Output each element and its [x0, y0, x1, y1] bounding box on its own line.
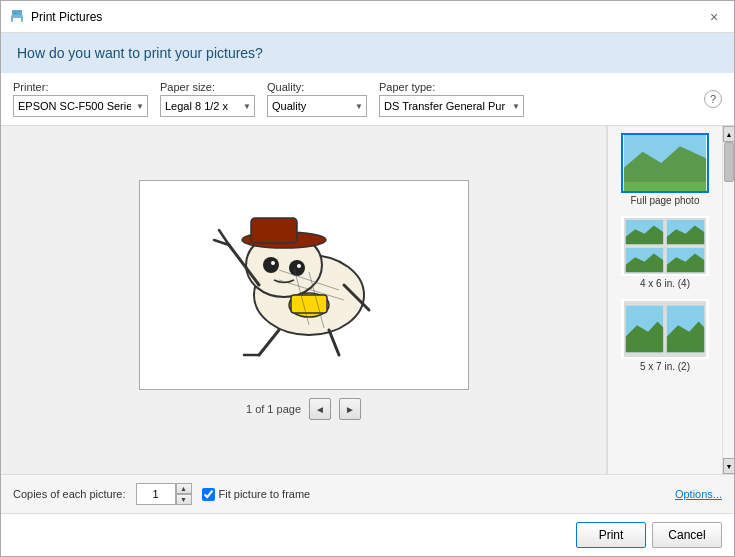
copies-input[interactable]: [136, 483, 176, 505]
quality-control: Quality: Quality: [267, 81, 367, 117]
spinner-buttons: ▲ ▼: [176, 483, 192, 505]
paper-type-select[interactable]: DS Transfer General Pur: [379, 95, 524, 117]
printer-icon: [9, 9, 25, 25]
thumbnails-panel: Full page photo: [607, 126, 722, 474]
page-navigation: 1 of 1 page ◄ ►: [246, 398, 361, 420]
header-question: How do you want to print your pictures?: [17, 45, 263, 61]
printer-control: Printer: EPSON SC-F500 Series: [13, 81, 148, 117]
svg-point-20: [297, 264, 301, 268]
thumbnails-scrollbar: ▲ ▼: [722, 126, 734, 474]
action-bar: Print Cancel: [1, 513, 734, 556]
thumb-full-page-label: Full page photo: [631, 195, 700, 206]
copies-increment-button[interactable]: ▲: [176, 483, 192, 494]
quality-select-wrapper: Quality: [267, 95, 367, 117]
scroll-thumb[interactable]: [724, 142, 734, 182]
scroll-track[interactable]: [723, 142, 734, 458]
svg-line-10: [259, 330, 279, 355]
preview-area: 1 of 1 page ◄ ►: [1, 126, 607, 474]
options-link[interactable]: Options...: [675, 488, 722, 500]
quality-label: Quality:: [267, 81, 367, 93]
close-button[interactable]: ×: [702, 5, 726, 29]
title-bar: Print Pictures ×: [1, 1, 734, 33]
thumbnail-4x6[interactable]: 4 x 6 in. (4): [612, 213, 718, 292]
paper-size-control: Paper size: Legal 8 1/2 x: [160, 81, 255, 117]
preview-image: [179, 190, 429, 380]
printer-select-wrapper: EPSON SC-F500 Series: [13, 95, 148, 117]
svg-point-18: [289, 260, 305, 276]
scroll-up-button[interactable]: ▲: [723, 126, 734, 142]
thumb-full-page-img: [621, 133, 709, 193]
paper-size-select-wrapper: Legal 8 1/2 x: [160, 95, 255, 117]
thumbnails-scrollbar-area: Full page photo: [607, 126, 734, 474]
fit-to-frame-group: Fit picture to frame: [202, 488, 311, 501]
help-button[interactable]: ?: [704, 90, 722, 108]
paper-type-control: Paper type: DS Transfer General Pur: [379, 81, 524, 117]
svg-rect-28: [624, 182, 706, 191]
preview-canvas: [139, 180, 469, 390]
quality-select[interactable]: Quality: [267, 95, 367, 117]
thumb-5x7-label: 5 x 7 in. (2): [640, 361, 690, 372]
window-title: Print Pictures: [31, 10, 102, 24]
paper-size-select[interactable]: Legal 8 1/2 x: [160, 95, 255, 117]
thumb-5x7-img: [621, 299, 709, 359]
paper-type-label: Paper type:: [379, 81, 524, 93]
printer-select[interactable]: EPSON SC-F500 Series: [13, 95, 148, 117]
scroll-down-button[interactable]: ▼: [723, 458, 734, 474]
copies-label: Copies of each picture:: [13, 488, 126, 500]
printer-label: Printer:: [13, 81, 148, 93]
next-page-button[interactable]: ►: [339, 398, 361, 420]
copies-decrement-button[interactable]: ▼: [176, 494, 192, 505]
cancel-button[interactable]: Cancel: [652, 522, 722, 548]
print-button[interactable]: Print: [576, 522, 646, 548]
thumb-4x6-label: 4 x 6 in. (4): [640, 278, 690, 289]
thumbnail-full-page[interactable]: Full page photo: [612, 130, 718, 209]
fit-to-frame-checkbox[interactable]: [202, 488, 215, 501]
main-content: 1 of 1 page ◄ ► F: [1, 126, 734, 474]
svg-line-12: [329, 330, 339, 355]
svg-point-17: [263, 257, 279, 273]
svg-rect-14: [251, 218, 297, 243]
thumbnail-5x7[interactable]: 5 x 7 in. (2): [612, 296, 718, 375]
paper-type-select-wrapper: DS Transfer General Pur: [379, 95, 524, 117]
copies-spinner: ▲ ▼: [136, 483, 192, 505]
bottom-bar: Copies of each picture: ▲ ▼ Fit picture …: [1, 474, 734, 513]
svg-point-19: [271, 261, 275, 265]
title-bar-left: Print Pictures: [9, 9, 102, 25]
svg-rect-3: [14, 13, 16, 14]
prev-page-button[interactable]: ◄: [309, 398, 331, 420]
controls-row: Printer: EPSON SC-F500 Series Paper size…: [1, 73, 734, 126]
paper-size-label: Paper size:: [160, 81, 255, 93]
page-info: 1 of 1 page: [246, 403, 301, 415]
print-pictures-window: Print Pictures × How do you want to prin…: [0, 0, 735, 557]
header-bar: How do you want to print your pictures?: [1, 33, 734, 73]
svg-rect-16: [291, 295, 327, 313]
svg-rect-2: [13, 18, 21, 22]
fit-to-frame-label[interactable]: Fit picture to frame: [219, 488, 311, 500]
thumb-4x6-img: [621, 216, 709, 276]
